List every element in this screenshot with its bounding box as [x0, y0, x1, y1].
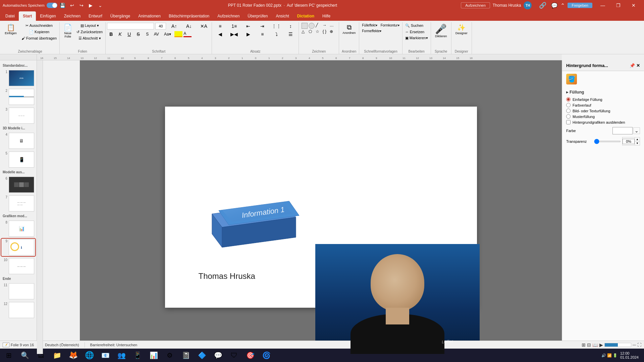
justify-button[interactable]: ≡	[256, 31, 269, 38]
shape-3[interactable]: ⬠	[309, 29, 315, 35]
strikethrough-button[interactable]: S	[134, 31, 142, 38]
columns-button[interactable]: ⋮⋮	[270, 23, 283, 29]
font-color[interactable]: A	[183, 31, 192, 37]
shape-2[interactable]: △	[302, 29, 308, 35]
powerpoint-btn[interactable]: 📊	[146, 349, 161, 361]
slide-thumb-5[interactable]: 5 📱	[1, 151, 35, 168]
info-button-container[interactable]: Information 1	[202, 194, 303, 258]
tab-animationen[interactable]: Animationen	[134, 11, 165, 21]
slide-thumb-2[interactable]: 2	[1, 88, 35, 106]
radio-farbverlauf[interactable]: Farbverlauf	[566, 103, 640, 107]
slide-thumb-7[interactable]: 7 — — —— —	[1, 195, 35, 212]
color-picker[interactable]	[612, 127, 633, 134]
slide-thumb-8[interactable]: 8 📊	[1, 220, 35, 237]
share-icon[interactable]: 🔗	[537, 2, 548, 9]
slide-notes-icon[interactable]: 📝	[3, 343, 9, 347]
formeffekt-button[interactable]: Formeffekte▾	[361, 28, 383, 34]
neue-folie-button[interactable]: 📄 NeueFolie	[61, 23, 74, 39]
underline-button[interactable]: U	[125, 31, 133, 38]
italic-button[interactable]: K	[116, 31, 124, 38]
shape-rect[interactable]	[302, 23, 308, 29]
record-button[interactable]: Aufzeichnen	[461, 2, 490, 8]
abschnitt-button[interactable]: ☰ Abschnitt ▾	[75, 36, 104, 41]
layout-button[interactable]: ▤ Layout ▾	[75, 23, 104, 28]
minimize-button[interactable]: —	[595, 0, 610, 11]
highlight-color[interactable]	[174, 31, 182, 37]
panel-pin-icon[interactable]: 📌	[630, 63, 635, 68]
comments-icon[interactable]: 💬	[551, 2, 558, 9]
zuruecksetzen-button[interactable]: ↺ Zurücksetzen	[75, 29, 104, 35]
tab-dictation[interactable]: Dictation	[293, 11, 318, 21]
teams-btn[interactable]: 👥	[114, 349, 129, 361]
transparency-input[interactable]	[623, 139, 635, 144]
decrease-font-btn[interactable]: A↓	[182, 23, 196, 29]
app1-btn[interactable]: 🔷	[195, 349, 209, 361]
slide-thumb-6[interactable]: 6	[1, 176, 35, 193]
clear-format-btn[interactable]: ✕A	[197, 23, 210, 29]
slide-thumb-4[interactable]: 4 🖥	[1, 132, 35, 149]
undo-icon[interactable]: ↩	[68, 1, 76, 9]
suchen-button[interactable]: 🔍 Suchen	[404, 23, 425, 28]
format-button[interactable]: 🖌 Format übertragen	[20, 36, 58, 41]
shape-4[interactable]: ☆	[316, 29, 322, 35]
kopieren-button[interactable]: 📄 Kopieren	[20, 29, 58, 35]
save-icon[interactable]: 💾	[59, 1, 67, 9]
shape-circle[interactable]	[309, 23, 315, 29]
tab-hilfe[interactable]: Hilfe	[318, 11, 334, 21]
fit-slide-btn[interactable]: ⛶	[637, 343, 641, 347]
tab-ansicht[interactable]: Ansicht	[272, 11, 293, 21]
app2-btn[interactable]: 💬	[211, 349, 225, 361]
panel-close-icon[interactable]: ✕	[636, 63, 640, 68]
chrome-btn[interactable]: 🌐	[82, 349, 97, 361]
tab-entwurf[interactable]: Entwurf	[85, 11, 106, 21]
spacing-button[interactable]: AV	[152, 31, 160, 37]
radio-bild[interactable]: Bild- oder Texturfüllung	[566, 109, 640, 113]
firefox-btn[interactable]: 🦊	[66, 349, 80, 361]
file-explorer-btn[interactable]: 📁	[50, 349, 64, 361]
tab-zeichnen[interactable]: Zeichnen	[60, 11, 85, 21]
redo-icon[interactable]: ↪	[77, 1, 86, 9]
font-size-input[interactable]: 40	[155, 23, 166, 29]
share-button[interactable]: Freigeben	[568, 3, 592, 8]
shadow-button[interactable]: S	[143, 31, 151, 37]
normal-view-btn[interactable]: ⊞	[582, 342, 586, 348]
markieren-button[interactable]: ▣ Markieren▾	[404, 35, 429, 41]
increase-indent-button[interactable]: ⇥	[256, 23, 269, 29]
autosave-toggle[interactable]	[47, 3, 57, 8]
slide-thumb-9[interactable]: 9 ℹ	[1, 239, 35, 256]
tab-uebergaenge[interactable]: Übergänge	[106, 11, 134, 21]
color-dropdown-arrow[interactable]: ⌄	[633, 127, 640, 134]
align-left-button[interactable]: ◀	[213, 31, 227, 38]
ribbon-collapse-icon[interactable]: ⌃	[560, 2, 565, 9]
transparency-down[interactable]: ▼	[635, 141, 640, 145]
slide-thumb-12[interactable]: 12	[1, 301, 35, 319]
shape-line[interactable]: ╱	[316, 23, 322, 29]
app5-btn[interactable]: 🌀	[259, 349, 274, 361]
increase-font-btn[interactable]: A↑	[167, 23, 181, 29]
slide-thumb-10[interactable]: 10 — — —	[1, 257, 35, 275]
diktieren-button[interactable]: 🎤 Diktieren	[432, 23, 450, 39]
more-icon[interactable]: ⌄	[96, 1, 104, 9]
text-direction-button[interactable]: ⤵	[270, 31, 283, 38]
shape-5[interactable]: { }	[323, 29, 329, 35]
numbered-list-button[interactable]: 1≡	[227, 23, 241, 29]
case-button[interactable]: Aa▾	[161, 31, 173, 37]
fuelleffekt-button[interactable]: Fülleffekt▾	[361, 23, 378, 28]
slideshow-btn[interactable]: ▶	[599, 342, 603, 348]
smartart-button[interactable]: ☰	[284, 31, 297, 38]
shape-6[interactable]: ⊕	[330, 29, 336, 35]
phone-btn[interactable]: 📱	[130, 349, 145, 361]
slide-thumb-3[interactable]: 3 — — —	[1, 107, 35, 124]
bullet-list-button[interactable]: ≡	[213, 23, 227, 29]
reading-view-btn[interactable]: 📖	[592, 342, 598, 348]
radio-einfarbig[interactable]: Einfarbige Füllung	[566, 97, 640, 102]
tab-bildschirm[interactable]: Bildschirmpräsentation	[165, 11, 213, 21]
ersetzen-button[interactable]: ↔ Ersetzen	[404, 29, 426, 35]
app3-btn[interactable]: 🛡	[227, 349, 241, 361]
close-button[interactable]: ✕	[626, 0, 641, 11]
mail-btn[interactable]: 📧	[98, 349, 113, 361]
shape-more[interactable]: …	[330, 23, 336, 29]
align-center-button[interactable]: ▶◀	[227, 31, 241, 38]
restore-button[interactable]: ❐	[610, 0, 626, 11]
radio-muster[interactable]: Musterfüllung	[566, 114, 640, 119]
